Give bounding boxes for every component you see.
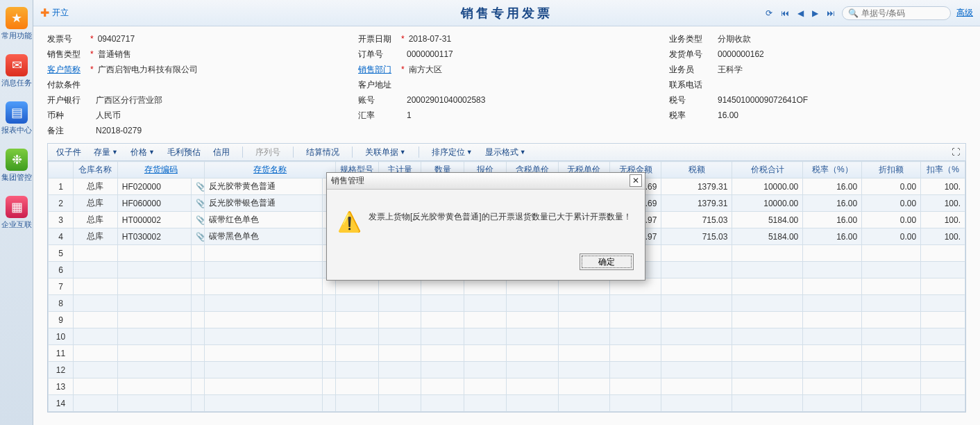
dialog-title: 销售管理	[327, 173, 645, 190]
warning-icon: ⚠️	[338, 210, 360, 233]
dialog-overlay: 销售管理 ✕ ⚠️ 发票上货物[反光胶带黄色普通]的已开票退货数量已大于累计开票…	[0, 0, 980, 425]
dialog-message: 发票上货物[反光胶带黄色普通]的已开票退货数量已大于累计开票数量！	[369, 210, 632, 233]
close-icon[interactable]: ✕	[630, 174, 642, 187]
ok-button[interactable]: 确定	[580, 253, 634, 270]
dialog: 销售管理 ✕ ⚠️ 发票上货物[反光胶带黄色普通]的已开票退货数量已大于累计开票…	[326, 172, 645, 281]
